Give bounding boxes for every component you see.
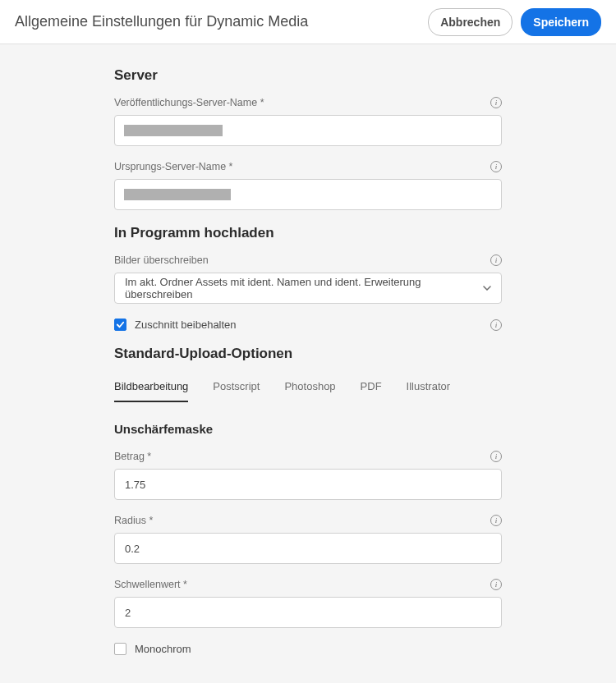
publish-server-name-label: Veröffentlichungs-Server-Name * bbox=[114, 97, 264, 108]
redacted-block bbox=[124, 189, 231, 200]
field-monochrome: Monochrom bbox=[114, 643, 502, 655]
chevron-down-icon bbox=[483, 284, 491, 292]
subsection-unsharp-mask: Unschärfemaske bbox=[114, 422, 502, 436]
info-icon[interactable]: i bbox=[490, 161, 502, 172]
monochrome-label: Monochrom bbox=[135, 643, 191, 655]
tab-postscript[interactable]: Postscript bbox=[213, 380, 260, 402]
radius-input[interactable] bbox=[114, 533, 502, 564]
redacted-block bbox=[124, 125, 223, 136]
overwrite-images-label: Bilder überschreiben bbox=[114, 254, 209, 266]
preserve-crop-checkbox[interactable] bbox=[114, 319, 126, 331]
field-overwrite-images: Bilder überschreiben i Im akt. Ordner As… bbox=[114, 254, 502, 304]
main-scroll[interactable]: Server Veröffentlichungs-Server-Name * i… bbox=[0, 44, 616, 683]
tab-photoshop[interactable]: Photoshop bbox=[284, 380, 335, 402]
threshold-label: Schwellenwert * bbox=[114, 579, 187, 590]
section-defaults-title: Standard-Upload-Optionen bbox=[114, 346, 502, 362]
cancel-button[interactable]: Abbrechen bbox=[428, 8, 513, 36]
threshold-input[interactable] bbox=[114, 597, 502, 628]
top-bar: Allgemeine Einstellungen für Dynamic Med… bbox=[0, 0, 616, 44]
field-threshold: Schwellenwert * i bbox=[114, 579, 502, 628]
section-server-title: Server bbox=[114, 67, 502, 84]
info-icon[interactable]: i bbox=[490, 451, 502, 462]
check-icon bbox=[116, 320, 125, 329]
preserve-crop-label: Zuschnitt beibehalten bbox=[135, 319, 237, 331]
info-icon[interactable]: i bbox=[490, 579, 502, 590]
field-publish-server-name: Veröffentlichungs-Server-Name * i bbox=[114, 97, 502, 146]
tab-pdf[interactable]: PDF bbox=[361, 380, 382, 402]
field-preserve-crop: Zuschnitt beibehalten i bbox=[114, 319, 502, 331]
amount-input[interactable] bbox=[114, 469, 502, 500]
monochrome-checkbox[interactable] bbox=[114, 643, 126, 655]
header-actions: Abbrechen Speichern bbox=[428, 8, 601, 36]
save-button[interactable]: Speichern bbox=[521, 8, 601, 36]
field-radius: Radius * i bbox=[114, 515, 502, 564]
tab-image-editing[interactable]: Bildbearbeitung bbox=[114, 380, 188, 402]
radius-label: Radius * bbox=[114, 515, 153, 526]
field-origin-server-name: Ursprungs-Server-Name * i bbox=[114, 161, 502, 210]
upload-defaults-tabs: Bildbearbeitung Postscript Photoshop PDF… bbox=[114, 380, 502, 402]
info-icon[interactable]: i bbox=[490, 515, 502, 526]
info-icon[interactable]: i bbox=[490, 319, 502, 331]
page-title: Allgemeine Einstellungen für Dynamic Med… bbox=[15, 13, 308, 30]
field-amount: Betrag * i bbox=[114, 451, 502, 500]
overwrite-images-select[interactable]: Im akt. Ordner Assets mit ident. Namen u… bbox=[114, 273, 502, 304]
section-upload-title: In Programm hochladen bbox=[114, 225, 502, 241]
overwrite-images-selected: Im akt. Ordner Assets mit ident. Namen u… bbox=[125, 276, 483, 300]
tab-illustrator[interactable]: Illustrator bbox=[407, 380, 450, 402]
info-icon[interactable]: i bbox=[490, 254, 502, 266]
info-icon[interactable]: i bbox=[490, 97, 502, 108]
content-column: Server Veröffentlichungs-Server-Name * i… bbox=[114, 67, 502, 655]
origin-server-name-label: Ursprungs-Server-Name * bbox=[114, 161, 232, 172]
amount-label: Betrag * bbox=[114, 451, 151, 462]
